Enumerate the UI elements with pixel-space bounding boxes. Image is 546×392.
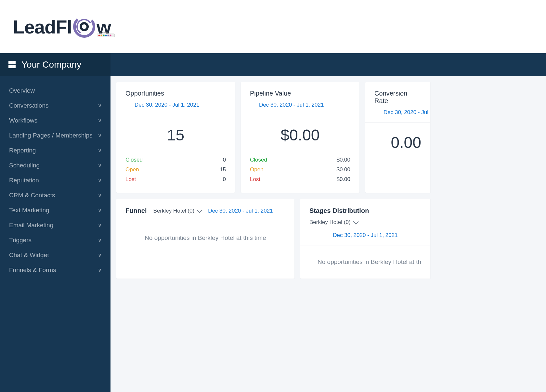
closed-value: $0.00 xyxy=(336,157,350,163)
stages-empty-msg: No opportunities in Berkley Hotel at th xyxy=(300,245,430,279)
conversion-card: Conversion Rate Dec 30, 2020 - Jul 1, 20… xyxy=(365,82,430,193)
sidebar-item-label: Triggers xyxy=(9,237,32,244)
sidebar-item-chat-widget[interactable]: Chat & Widgetv xyxy=(0,248,110,263)
sidebar-item-reporting[interactable]: Reportingv xyxy=(0,143,110,158)
sidebar-nav: OverviewConversationsvWorkflowsvLanding … xyxy=(0,76,110,285)
sidebar-item-label: CRM & Contacts xyxy=(9,192,55,199)
chevron-down-icon: v xyxy=(98,207,101,213)
svg-point-3 xyxy=(82,24,86,29)
sidebar-item-label: Scheduling xyxy=(9,162,40,169)
open-value: $0.00 xyxy=(336,166,350,173)
funnel-panel: Funnel Berkley Hotel (0) Dec 30, 2020 - … xyxy=(116,199,294,279)
sidebar-item-reputation[interactable]: Reputationv xyxy=(0,173,110,188)
svg-point-7 xyxy=(103,35,104,36)
open-value: 15 xyxy=(220,166,226,173)
chevron-down-icon: v xyxy=(98,148,101,153)
chevron-down-icon xyxy=(197,207,202,213)
chevron-down-icon: v xyxy=(98,163,101,168)
sidebar-item-overview[interactable]: Overview xyxy=(0,83,110,98)
closed-label: Closed xyxy=(250,157,267,163)
chevron-down-icon: v xyxy=(98,222,101,228)
closed-value: 0 xyxy=(223,157,226,163)
stages-dropdown[interactable]: Berkley Hotel (0) xyxy=(309,219,358,226)
chevron-down-icon: v xyxy=(98,118,101,124)
sidebar-item-label: Reputation xyxy=(9,177,39,184)
open-label: Open xyxy=(250,166,264,173)
logo-bar: LeadFl POWERED BY xyxy=(0,0,546,53)
sidebar-item-conversations[interactable]: Conversationsv xyxy=(0,98,110,113)
opportunities-card: Opportunities Dec 30, 2020 - Jul 1, 2021… xyxy=(116,82,235,193)
date-range-link[interactable]: Dec 30, 2020 - Jul 1, 2021 xyxy=(333,232,397,238)
sidebar-item-email-marketing[interactable]: Email Marketingv xyxy=(0,218,110,233)
logo: LeadFl POWERED BY xyxy=(13,15,111,38)
chevron-down-icon: v xyxy=(98,103,101,109)
sidebar-item-label: Reporting xyxy=(9,147,36,154)
dropdown-selected: Berkley Hotel (0) xyxy=(309,219,351,226)
chevron-down-icon: v xyxy=(98,237,101,243)
sidebar-item-label: Text Marketing xyxy=(9,207,49,214)
panel-title: Funnel xyxy=(125,207,147,215)
pipeline-value: $0.00 xyxy=(250,124,350,152)
date-range-link[interactable]: Dec 30, 2020 - Jul 1, 2021 xyxy=(250,102,350,108)
pipeline-card: Pipeline Value Dec 30, 2020 - Jul 1, 202… xyxy=(241,82,359,193)
sidebar-item-label: Overview xyxy=(9,87,35,94)
chevron-down-icon: v xyxy=(98,267,101,273)
card-title: Pipeline Value xyxy=(250,90,350,97)
logo-text-lead: LeadFl xyxy=(13,16,72,38)
sidebar-item-triggers[interactable]: Triggersv xyxy=(0,233,110,248)
svg-point-6 xyxy=(100,35,102,36)
lost-value: 0 xyxy=(223,176,226,183)
funnel-dropdown[interactable]: Berkley Hotel (0) xyxy=(153,208,202,214)
date-range-link[interactable]: Dec 30, 2020 - Jul 1, 2021 xyxy=(374,109,421,116)
dashboard-content: Opportunities Dec 30, 2020 - Jul 1, 2021… xyxy=(110,76,546,392)
sidebar-item-label: Email Marketing xyxy=(9,222,53,229)
lost-value: $0.00 xyxy=(336,176,350,183)
open-label: Open xyxy=(125,166,139,173)
company-header[interactable]: Your Company xyxy=(0,53,110,76)
svg-point-9 xyxy=(107,35,109,36)
lost-label: Lost xyxy=(125,176,136,183)
sidebar: Your Company OverviewConversationsvWorkf… xyxy=(0,53,110,392)
chevron-down-icon: v xyxy=(98,133,101,138)
closed-label: Closed xyxy=(125,157,143,163)
sidebar-item-landing-pages-memberships[interactable]: Landing Pages / Membershipsv xyxy=(0,128,110,143)
panel-title: Stages Distribution xyxy=(309,207,369,215)
sidebar-item-text-marketing[interactable]: Text Marketingv xyxy=(0,203,110,218)
svg-text:POWERED BY: POWERED BY xyxy=(100,32,109,33)
sidebar-item-label: Workflows xyxy=(9,117,37,124)
main-area: Opportunities Dec 30, 2020 - Jul 1, 2021… xyxy=(110,53,546,392)
svg-point-8 xyxy=(105,35,107,36)
grid-icon xyxy=(8,61,16,68)
sidebar-item-label: Chat & Widget xyxy=(9,252,49,259)
chevron-down-icon: v xyxy=(98,252,101,258)
sidebar-item-funnels-forms[interactable]: Funnels & Formsv xyxy=(0,263,110,278)
date-range-link[interactable]: Dec 30, 2020 - Jul 1, 2021 xyxy=(208,208,273,214)
chevron-down-icon: v xyxy=(98,177,101,183)
funnel-empty-msg: No opportunities in Berkley Hotel at thi… xyxy=(116,221,294,255)
sidebar-item-scheduling[interactable]: Schedulingv xyxy=(0,158,110,173)
company-name: Your Company xyxy=(21,59,81,70)
opportunities-value: 15 xyxy=(125,124,226,152)
conversion-value: 0.00 xyxy=(374,131,421,159)
sidebar-item-label: Funnels & Forms xyxy=(9,267,56,274)
stages-panel: Stages Distribution Berkley Hotel (0) De… xyxy=(300,199,430,279)
chevron-down-icon: v xyxy=(98,192,101,198)
logo-powered-by-badge: POWERED BY xyxy=(97,31,115,37)
chevron-down-icon xyxy=(353,219,358,225)
sidebar-item-crm-contacts[interactable]: CRM & Contactsv xyxy=(0,188,110,203)
sidebar-item-workflows[interactable]: Workflowsv xyxy=(0,113,110,128)
svg-point-5 xyxy=(98,35,100,36)
svg-point-10 xyxy=(110,35,111,36)
logo-o-icon: POWERED BY xyxy=(72,15,96,38)
dropdown-selected: Berkley Hotel (0) xyxy=(153,208,195,214)
card-title: Opportunities xyxy=(125,90,226,97)
topbar xyxy=(110,53,546,76)
sidebar-item-label: Landing Pages / Memberships xyxy=(9,132,93,139)
card-title: Conversion Rate xyxy=(374,90,421,105)
sidebar-item-label: Conversations xyxy=(9,102,48,109)
date-range-link[interactable]: Dec 30, 2020 - Jul 1, 2021 xyxy=(125,102,226,108)
lost-label: Lost xyxy=(250,176,260,183)
